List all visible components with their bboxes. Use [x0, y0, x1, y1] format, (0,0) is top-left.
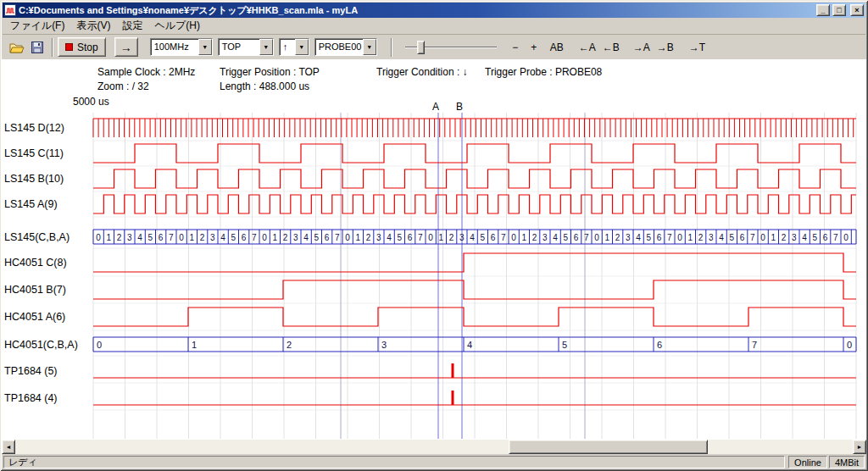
trigger-position-value: TOP: [219, 39, 259, 55]
trigger-edge-select[interactable]: ↑ ▼: [279, 38, 309, 56]
trigger-position-select[interactable]: TOP ▼: [218, 38, 274, 56]
titlebar[interactable]: C:¥Documents and Settings¥noname¥デスクトップ¥…: [3, 3, 865, 18]
status-message: レディ: [3, 456, 785, 468]
zoom-in-button[interactable]: +: [526, 39, 542, 56]
dropdown-arrow-icon[interactable]: ▼: [259, 39, 273, 55]
dropdown-arrow-icon[interactable]: ▼: [363, 39, 376, 55]
trigger-probe-select[interactable]: PROBE00 ▼: [314, 38, 377, 56]
scrollbar-thumb[interactable]: [509, 440, 708, 454]
app-icon: [4, 4, 16, 16]
menu-help[interactable]: ヘルプ(H): [148, 18, 206, 34]
chevron-down-icon: ▼: [298, 44, 304, 50]
trigger-position-info: Trigger Position : TOP: [220, 66, 320, 78]
minimize-button[interactable]: _: [816, 4, 830, 16]
open-folder-icon: [9, 41, 25, 54]
scroll-left-icon: ◄: [6, 444, 12, 450]
goto-cursor-b-left-button[interactable]: ←B: [600, 39, 622, 56]
status-online-badge: Online: [788, 456, 827, 468]
dropdown-arrow-icon[interactable]: ▼: [295, 39, 309, 55]
stop-label: Stop: [77, 42, 98, 53]
toolbar-separator: [391, 38, 392, 57]
scroll-right-button[interactable]: ►: [853, 440, 866, 454]
scroll-left-button[interactable]: ◄: [2, 440, 15, 454]
trigger-edge-value: ↑: [280, 39, 295, 55]
length-info: Length : 488.000 us: [220, 80, 309, 92]
window-title: C:¥Documents and Settings¥noname¥デスクトップ¥…: [19, 4, 814, 17]
run-button[interactable]: →: [114, 37, 138, 57]
dropdown-arrow-icon[interactable]: ▼: [198, 39, 212, 55]
trigger-probe-info: Trigger Probe : PROBE08: [485, 66, 602, 78]
goto-cursor-a-left-button[interactable]: ←A: [576, 39, 598, 56]
toolbar-separator: [52, 38, 53, 57]
sample-clock-info: Sample Clock : 2MHz: [97, 66, 195, 78]
horizontal-scrollbar[interactable]: ◄ ►: [2, 440, 866, 454]
run-arrow-icon: →: [120, 42, 132, 53]
menubar: ファイル(F) 表示(V) 設定 ヘルプ(H): [3, 18, 865, 34]
app-window: C:¥Documents and Settings¥noname¥デスクトップ¥…: [0, 0, 868, 471]
status-ready-text: レディ: [8, 456, 37, 468]
save-floppy-icon: [31, 41, 44, 54]
zoom-out-button[interactable]: −: [507, 39, 524, 56]
maximize-button[interactable]: □: [832, 4, 846, 16]
menu-view[interactable]: 表示(V): [70, 18, 116, 34]
chevron-down-icon: ▼: [202, 44, 208, 50]
waveform-client-area: [2, 59, 866, 440]
status-memory-badge: 4MBit: [829, 456, 865, 468]
toolbar: Stop → 100MHz ▼ TOP ▼ ↑ ▼ PROBE00 ▼ − + …: [3, 34, 865, 59]
zoom-slider-thumb[interactable]: [417, 41, 425, 54]
sample-clock-value: 100MHz: [151, 39, 198, 55]
zoom-slider[interactable]: [405, 38, 497, 57]
scrollbar-track[interactable]: [15, 440, 853, 454]
trigger-condition-info: Trigger Condition : ↓: [376, 66, 468, 78]
open-button[interactable]: [7, 38, 27, 57]
goto-cursor-a-right-button[interactable]: →A: [631, 39, 653, 56]
trigger-probe-value: PROBE00: [315, 39, 363, 55]
menu-file[interactable]: ファイル(F): [4, 18, 70, 34]
chevron-down-icon: ▼: [366, 44, 372, 50]
close-button[interactable]: ×: [850, 4, 864, 16]
goto-cursor-b-right-button[interactable]: →B: [654, 39, 676, 56]
statusbar: レディ Online 4MBit: [2, 455, 866, 469]
sample-clock-select[interactable]: 100MHz ▼: [150, 38, 213, 56]
save-button[interactable]: [27, 38, 47, 57]
goto-trigger-button[interactable]: →T: [687, 39, 708, 56]
stop-icon: [65, 43, 73, 51]
time-scale-label: 5000 us: [73, 96, 109, 108]
scroll-right-icon: ►: [857, 444, 863, 450]
menu-settings[interactable]: 設定: [116, 18, 148, 34]
ab-range-button[interactable]: AB: [548, 39, 566, 56]
stop-button[interactable]: Stop: [58, 37, 106, 57]
zoom-info: Zoom : / 32: [97, 80, 149, 92]
chevron-down-icon: ▼: [263, 44, 269, 50]
